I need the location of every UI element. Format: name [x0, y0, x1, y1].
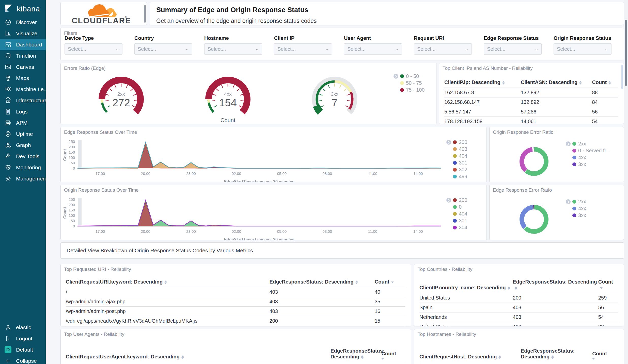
- sidebar-item-apm[interactable]: APM: [0, 117, 46, 128]
- sort-desc-icon[interactable]: [592, 358, 617, 360]
- legend-item-50-75[interactable]: ❯50 - 75: [394, 80, 425, 87]
- table-row[interactable]: 5.56.57.14757,28656: [444, 107, 618, 117]
- filter-select-origin-response-status[interactable]: Select...⌄: [554, 43, 611, 55]
- column-header[interactable]: EdgeResponseStatus: Descending: [521, 346, 592, 362]
- sidebar-footer-logout[interactable]: Logout: [0, 333, 46, 344]
- sidebar-item-monitoring[interactable]: Monitoring: [0, 162, 46, 173]
- legend-item-200[interactable]: ❯200: [446, 139, 467, 146]
- table-row[interactable]: Mozilla/5.0 (compatible; CloudFlare-Alwa…: [66, 362, 405, 364]
- sidebar-footer-default[interactable]: DDefault: [0, 344, 46, 355]
- logo-panel-scrollbar[interactable]: [144, 5, 146, 23]
- legend-item-302[interactable]: ❯302: [446, 166, 467, 173]
- legend-expand-icon[interactable]: ❯: [394, 74, 398, 79]
- column-header[interactable]: ClientIP.ip: Descending: [444, 78, 521, 88]
- sidebar-item-logs[interactable]: Logs: [0, 106, 46, 117]
- column-header[interactable]: ClientRequestURI.keyword: Descending: [66, 277, 270, 287]
- page-scrollbar-thumb[interactable]: [625, 20, 627, 86]
- legend-item-200[interactable]: ❯200: [446, 197, 467, 204]
- sidebar-item-uptime[interactable]: Uptime: [0, 128, 46, 140]
- table-row[interactable]: 162.158.68.147132,89284: [444, 97, 618, 107]
- sort-icon[interactable]: [181, 355, 184, 359]
- sort-icon[interactable]: [164, 280, 167, 284]
- gauge-4xx[interactable]: 4xx154Count: [197, 71, 258, 124]
- sidebar-item-discover[interactable]: Discover: [0, 17, 46, 28]
- kibana-logo-row[interactable]: kibana: [0, 0, 46, 17]
- edge-error-donut[interactable]: [514, 199, 554, 240]
- legend-item-4xx[interactable]: ❯4xx: [566, 154, 610, 161]
- legend-item-499[interactable]: ❯499: [446, 173, 467, 180]
- column-header[interactable]: Count: [598, 277, 618, 293]
- sort-icon[interactable]: [502, 81, 505, 85]
- sort-icon[interactable]: [551, 355, 554, 359]
- filter-select-device-type[interactable]: Select...⌄: [65, 43, 122, 55]
- sidebar-item-dashboard[interactable]: Dashboard: [0, 39, 46, 50]
- table-row[interactable]: United States40328: [419, 322, 618, 327]
- column-header[interactable]: Count: [375, 277, 405, 287]
- page-scrollbar-track[interactable]: [624, 0, 628, 364]
- legend-item-4xx[interactable]: ❯4xx: [566, 205, 586, 212]
- sort-desc-icon[interactable]: [391, 282, 394, 283]
- table-row[interactable]: United States200259: [419, 293, 618, 303]
- legend-expand-icon[interactable]: ❯: [446, 140, 451, 145]
- origin-status-area-chart[interactable]: 050100150200250Count17:0020:0023:0002:00…: [61, 185, 486, 240]
- filter-select-edge-response-status[interactable]: Select...⌄: [484, 43, 542, 55]
- legend-item-3xx[interactable]: ❯3xx: [566, 161, 610, 168]
- filter-select-request-uri[interactable]: Select...⌄: [414, 43, 472, 55]
- table-row[interactable]: 162.158.67.8132,89288: [444, 88, 618, 97]
- table-row[interactable]: Spain40356: [419, 303, 618, 312]
- sort-icon[interactable]: [361, 355, 364, 359]
- sidebar-item-timelion[interactable]: Timelion: [0, 50, 46, 61]
- table-scrollbar[interactable]: [621, 65, 623, 89]
- sidebar-item-visualize[interactable]: Visualize: [0, 28, 46, 39]
- sidebar-item-graph[interactable]: Graph: [0, 140, 46, 151]
- legend-item-301[interactable]: ❯301: [446, 217, 467, 224]
- table-row[interactable]: /cdn-cgi/apps/head/xVgyKhR-vV3dAUGhMqfBc…: [66, 316, 405, 326]
- legend-item-0-served-fr[interactable]: ❯0 - Served fr...: [566, 147, 610, 154]
- legend-item-0[interactable]: ❯0: [446, 204, 467, 210]
- column-header[interactable]: ClientIP.country_name: Descending: [419, 277, 513, 293]
- sidebar-item-infrastructure[interactable]: Infrastructure: [0, 95, 46, 106]
- legend-item-403[interactable]: ❯403: [446, 146, 467, 153]
- sort-icon[interactable]: [608, 81, 611, 85]
- sort-icon[interactable]: [515, 286, 517, 290]
- sidebar-item-management[interactable]: Management: [0, 173, 46, 184]
- legend-item-2xx[interactable]: ❯2xx: [566, 140, 610, 147]
- gauge-2xx[interactable]: 2xx272: [91, 71, 152, 118]
- sidebar-item-dev-tools[interactable]: Dev Tools: [0, 151, 46, 162]
- column-header[interactable]: ClientASN: Descending: [521, 78, 592, 88]
- sidebar-footer-elastic[interactable]: elastic: [0, 322, 46, 333]
- origin-error-donut[interactable]: [514, 141, 554, 182]
- legend-expand-icon[interactable]: ❯: [446, 198, 451, 203]
- column-header[interactable]: Count: [592, 78, 618, 88]
- legend-item-75-100[interactable]: ❯75 - 100: [394, 87, 425, 93]
- sidebar-item-canvas[interactable]: Canvas: [0, 61, 46, 73]
- legend-expand-icon[interactable]: ❯: [566, 199, 571, 204]
- edge-status-area-chart[interactable]: 050100150200250Count17:0020:0023:0002:00…: [61, 127, 486, 182]
- filter-select-client-ip[interactable]: Select...⌄: [274, 43, 332, 55]
- table-row[interactable]: camilia.me200242: [419, 362, 618, 364]
- sort-icon[interactable]: [508, 286, 510, 290]
- column-header[interactable]: EdgeResponseStatus: Descending: [331, 346, 381, 362]
- column-header[interactable]: Count: [381, 346, 405, 362]
- table-row[interactable]: 178.128.193.15814,06154: [444, 117, 618, 124]
- filter-select-country[interactable]: Select...⌄: [134, 43, 192, 55]
- column-header[interactable]: ClientRequestUserAgent.keyword: Descendi…: [66, 346, 331, 362]
- column-header[interactable]: Count: [592, 346, 618, 362]
- sidebar-footer-collapse[interactable]: Collapse: [0, 355, 46, 364]
- filter-select-hostname[interactable]: Select...⌄: [204, 43, 262, 55]
- filter-select-user-agent[interactable]: Select...⌄: [344, 43, 402, 55]
- table-row[interactable]: /40340: [66, 287, 405, 297]
- legend-item-304[interactable]: ❯304: [446, 224, 467, 231]
- legend-item-2xx[interactable]: ❯2xx: [566, 198, 586, 205]
- sort-desc-icon[interactable]: [381, 358, 404, 360]
- sort-icon[interactable]: [355, 280, 358, 284]
- sidebar-item-maps[interactable]: Maps: [0, 73, 46, 84]
- gauge-3xx[interactable]: 3xx7: [304, 71, 365, 118]
- sort-desc-icon[interactable]: [600, 287, 603, 289]
- table-row[interactable]: /wp-admin/admin-post.php40316: [66, 307, 405, 316]
- table-row[interactable]: /wp-admin/admin-ajax.php40335: [66, 297, 405, 307]
- legend-item-0-50[interactable]: ❯0 - 50: [394, 73, 425, 80]
- legend-expand-icon[interactable]: ❯: [566, 141, 571, 146]
- sort-icon[interactable]: [579, 81, 582, 85]
- sort-icon[interactable]: [498, 355, 501, 359]
